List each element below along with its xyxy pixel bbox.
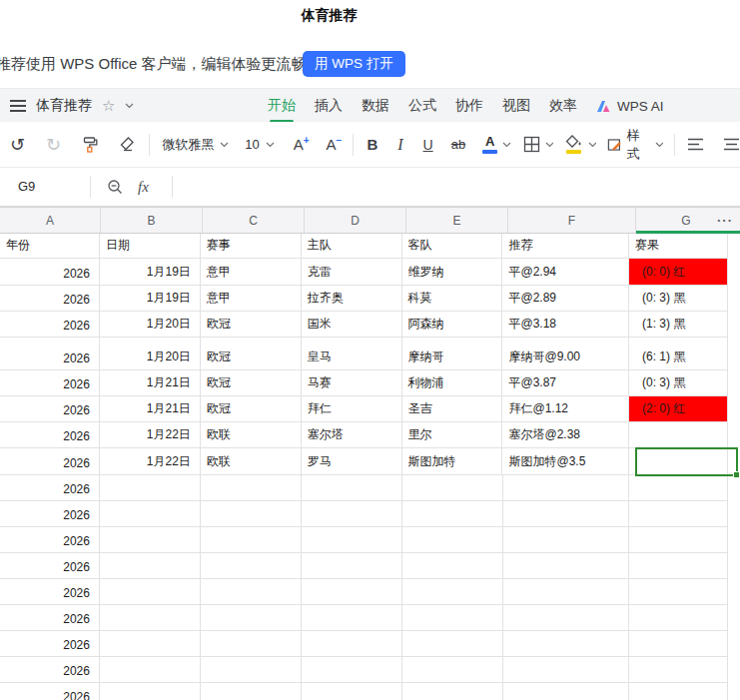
grid-cell[interactable] bbox=[100, 527, 201, 553]
grid-cell[interactable]: 1月19日 bbox=[100, 286, 201, 312]
increase-font-size-button[interactable]: A+ bbox=[294, 136, 310, 153]
grid-cell[interactable]: 2026 bbox=[0, 370, 100, 396]
open-in-wps-button[interactable]: 用 WPS 打开 bbox=[303, 51, 405, 77]
grid-cell[interactable]: 斯图加特 bbox=[402, 448, 503, 475]
grid-cell[interactable] bbox=[201, 605, 302, 631]
insert-function-button[interactable]: fx bbox=[138, 168, 149, 206]
grid-cell[interactable] bbox=[629, 501, 728, 527]
italic-button[interactable]: I bbox=[397, 136, 402, 154]
grid-cell[interactable]: 推荐 bbox=[502, 234, 629, 259]
grid-cell[interactable] bbox=[629, 475, 728, 501]
grid-cell[interactable]: 1月19日 bbox=[100, 259, 201, 286]
grid-cell[interactable] bbox=[201, 501, 302, 527]
tab-formula[interactable]: 公式 bbox=[408, 97, 436, 115]
grid-cell[interactable]: 阿森纳 bbox=[402, 312, 503, 338]
fill-color-button[interactable] bbox=[565, 135, 583, 154]
grid-cell[interactable] bbox=[503, 657, 630, 683]
chevron-down-icon[interactable] bbox=[588, 142, 596, 148]
grid-cell[interactable]: 2026 bbox=[0, 338, 100, 370]
grid-cell[interactable] bbox=[629, 527, 728, 553]
grid-cell[interactable] bbox=[201, 631, 302, 657]
grid-cell[interactable]: 克雷 bbox=[302, 259, 402, 286]
grid-cell[interactable]: 摩纳哥@9.00 bbox=[502, 338, 629, 370]
grid-cell[interactable]: 1月22日 bbox=[100, 422, 201, 448]
grid-cell[interactable] bbox=[629, 657, 728, 683]
grid-cell[interactable] bbox=[302, 527, 402, 553]
grid-cell[interactable]: 2026 bbox=[0, 422, 100, 448]
grid-cell[interactable]: 意甲 bbox=[201, 259, 302, 286]
grid-cell[interactable] bbox=[201, 579, 302, 605]
column-header-f[interactable]: F bbox=[508, 208, 636, 233]
grid-cell[interactable] bbox=[503, 553, 630, 579]
grid-cell[interactable]: 欧联 bbox=[201, 422, 302, 448]
cell-name-box[interactable]: G9 bbox=[18, 168, 35, 206]
grid-cell[interactable]: 2026 bbox=[0, 605, 100, 631]
grid-cell[interactable]: 主队 bbox=[302, 234, 402, 259]
grid-cell[interactable] bbox=[402, 605, 503, 631]
grid-cell[interactable] bbox=[100, 683, 201, 700]
grid-cell[interactable]: 国米 bbox=[302, 312, 402, 338]
tab-data[interactable]: 数据 bbox=[362, 97, 389, 115]
grid-cell[interactable]: 利物浦 bbox=[402, 370, 503, 396]
grid-cell[interactable] bbox=[503, 605, 630, 631]
grid-cell[interactable]: 赛事 bbox=[201, 234, 302, 259]
hamburger-menu-icon[interactable] bbox=[10, 100, 26, 112]
grid-cell[interactable] bbox=[302, 475, 402, 501]
chevron-down-icon[interactable] bbox=[502, 142, 510, 148]
align-left-button[interactable] bbox=[687, 138, 704, 151]
grid-cell[interactable]: 摩纳哥 bbox=[402, 338, 503, 370]
grid-cell[interactable]: (6: 1) 黑 bbox=[629, 338, 728, 370]
grid-cell[interactable]: 1月22日 bbox=[100, 448, 201, 475]
grid-cell[interactable]: 2026 bbox=[0, 312, 100, 338]
grid-cell[interactable] bbox=[402, 631, 503, 657]
grid-cell[interactable]: 科莫 bbox=[402, 286, 503, 312]
grid-cell[interactable]: 塞尔塔 bbox=[302, 422, 402, 448]
grid-cell[interactable]: 2026 bbox=[0, 286, 100, 312]
grid-cell[interactable]: 拜仁@1.12 bbox=[502, 396, 629, 422]
grid-cell[interactable] bbox=[302, 631, 402, 657]
grid-cell[interactable] bbox=[629, 683, 728, 700]
grid-cell[interactable] bbox=[629, 631, 728, 657]
grid-cell[interactable]: 塞尔塔@2.38 bbox=[502, 422, 629, 448]
more-columns-button[interactable]: ··· bbox=[717, 208, 733, 233]
borders-button[interactable] bbox=[523, 136, 540, 153]
grid-cell[interactable] bbox=[402, 657, 503, 683]
grid-cell[interactable]: 2026 bbox=[0, 527, 100, 553]
chevron-down-icon[interactable] bbox=[125, 103, 134, 109]
grid-cell[interactable]: 里尔 bbox=[402, 422, 503, 448]
tab-collaborate[interactable]: 协作 bbox=[455, 97, 483, 115]
column-header-c[interactable]: C bbox=[203, 208, 305, 233]
grid-cell[interactable] bbox=[402, 475, 503, 501]
grid-cell[interactable]: 客队 bbox=[402, 234, 503, 259]
grid-cell[interactable]: 1月20日 bbox=[100, 338, 201, 370]
grid-cell[interactable] bbox=[201, 657, 302, 683]
redo-button[interactable]: ↻ bbox=[46, 136, 61, 154]
grid-cell[interactable] bbox=[503, 475, 630, 501]
grid-cell[interactable]: 1月21日 bbox=[100, 370, 201, 396]
grid-cell[interactable]: 欧联 bbox=[201, 448, 302, 475]
grid-cell[interactable]: 1月20日 bbox=[100, 312, 201, 338]
grid-cell[interactable]: 2026 bbox=[0, 631, 100, 657]
grid-cell[interactable] bbox=[302, 683, 402, 700]
grid-cell[interactable] bbox=[402, 527, 503, 553]
font-color-button[interactable]: A bbox=[482, 135, 497, 154]
grid-cell[interactable]: 罗马 bbox=[302, 448, 402, 475]
grid-cell[interactable] bbox=[100, 579, 201, 605]
grid-cell[interactable] bbox=[503, 631, 630, 657]
wps-ai-button[interactable]: WPS AI bbox=[596, 99, 664, 114]
column-header-a[interactable]: A bbox=[0, 208, 101, 233]
chevron-down-icon[interactable] bbox=[545, 142, 553, 148]
grid-cell[interactable] bbox=[302, 657, 402, 683]
grid-cell[interactable] bbox=[201, 475, 302, 501]
font-name-select[interactable]: 微软雅黑 bbox=[162, 136, 229, 154]
grid-cell[interactable]: 2026 bbox=[0, 657, 100, 683]
column-header-d[interactable]: D bbox=[305, 208, 406, 233]
grid-cell[interactable]: 2026 bbox=[0, 553, 100, 579]
grid-cell[interactable] bbox=[201, 553, 302, 579]
grid-cell[interactable]: 拜仁 bbox=[302, 396, 402, 422]
grid-cell[interactable] bbox=[302, 553, 402, 579]
format-painter-button[interactable] bbox=[81, 136, 100, 154]
grid-cell[interactable] bbox=[302, 605, 402, 631]
grid-cell[interactable] bbox=[629, 553, 728, 579]
grid-cell[interactable]: 圣吉 bbox=[402, 396, 503, 422]
